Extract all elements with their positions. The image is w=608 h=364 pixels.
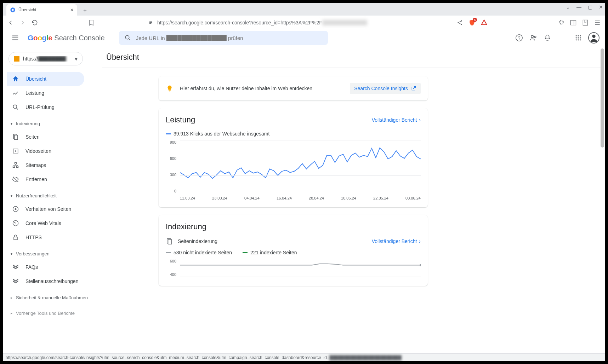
- performance-legend: 39.913 Klicks aus der Websuche insgesamt: [166, 131, 269, 137]
- svg-point-21: [578, 39, 579, 40]
- nav-item-search[interactable]: URL-Prüfung: [7, 100, 84, 114]
- insights-card: Hier erfährst du, wie Nutzer deine Inhal…: [159, 76, 428, 100]
- nav-item-sitemap[interactable]: Sitemaps: [7, 158, 84, 172]
- users-icon[interactable]: [529, 34, 537, 42]
- svg-point-3: [461, 20, 462, 21]
- notifications-icon[interactable]: [544, 34, 551, 42]
- nav-section-enh[interactable]: ▾ Verbesserungen: [7, 247, 102, 260]
- nav-item-label: Core Web Vitals: [25, 220, 61, 226]
- trend-icon: [12, 89, 19, 97]
- nav-item-label: Sitemaps: [25, 162, 46, 168]
- svg-point-1: [12, 9, 13, 11]
- new-tab-button[interactable]: ＋: [80, 6, 90, 16]
- bookmark-icon[interactable]: [88, 19, 95, 26]
- share-icon[interactable]: [456, 19, 464, 26]
- performance-card: Leistung Vollständiger Bericht › 39.913 …: [159, 108, 428, 207]
- scrollbar-thumb[interactable]: [601, 48, 604, 148]
- property-color-icon: [14, 56, 19, 62]
- insights-button[interactable]: Search Console Insights: [350, 83, 421, 94]
- google-logo[interactable]: Google Search Console: [28, 34, 105, 42]
- nav-section-security[interactable]: ▸ Sicherheit & manuelle Maßnahmen: [7, 291, 102, 304]
- tab-strip: Übersicht ✕ ＋ ⌄ — ▢ ✕: [3, 3, 605, 16]
- nav-item-home[interactable]: Übersicht: [7, 72, 84, 86]
- indexing-full-report-link[interactable]: Vollständiger Bericht ›: [372, 238, 421, 244]
- reading-list-icon[interactable]: [582, 19, 589, 26]
- svg-point-2: [458, 22, 459, 23]
- nav-item-lock[interactable]: HTTPS: [7, 230, 84, 244]
- product-name: Search Console: [54, 34, 104, 42]
- sidepanel-icon[interactable]: [570, 19, 577, 26]
- maximize-icon[interactable]: ▢: [588, 4, 592, 10]
- nav-item-trend[interactable]: Leistung: [7, 86, 84, 100]
- chevron-down-icon: ▾: [75, 56, 78, 62]
- back-icon[interactable]: [7, 19, 14, 26]
- url-inspection-input[interactable]: [136, 35, 322, 41]
- tab-close-icon[interactable]: ✕: [70, 7, 74, 12]
- nav-item-jobs[interactable]: Stellenausschreibungen: [7, 274, 84, 288]
- nav-section-ux[interactable]: ▾ Nutzerfreundlichkeit: [7, 189, 102, 202]
- nav-item-video[interactable]: Videoseiten: [7, 144, 84, 158]
- page-title: Übersicht: [102, 50, 605, 68]
- svg-rect-30: [13, 166, 15, 168]
- nav-item-remove[interactable]: Entfernen: [7, 172, 84, 186]
- app-header: Google Search Console ?: [3, 29, 605, 46]
- nav-item-label: URL-Prüfung: [25, 104, 55, 110]
- extensions-icon[interactable]: [558, 19, 565, 26]
- property-selector[interactable]: https://████████ ▾: [8, 52, 83, 65]
- browser-tab[interactable]: Übersicht ✕: [6, 4, 77, 16]
- sidebar: https://████████ ▾ ÜbersichtLeistungURL-…: [3, 46, 102, 361]
- url-inspection-search[interactable]: [119, 31, 328, 45]
- caret-icon: ▾: [11, 194, 12, 198]
- remove-icon: [12, 176, 19, 183]
- site-info-icon[interactable]: [148, 20, 154, 25]
- nav-item-pages[interactable]: Seiten: [7, 130, 84, 144]
- menu-icon[interactable]: [594, 19, 601, 26]
- url-field[interactable]: https://search.google.com/search-console…: [148, 20, 367, 25]
- favicon-icon: [10, 7, 16, 13]
- search-icon: [12, 104, 19, 111]
- nav-item-behavior[interactable]: Verhalten von Seiten: [7, 202, 84, 216]
- hamburger-icon[interactable]: [8, 31, 22, 45]
- jobs-icon: [12, 278, 19, 285]
- performance-title: Leistung: [166, 115, 195, 125]
- behavior-icon: [12, 206, 19, 213]
- nav-item-label: Videoseiten: [25, 148, 51, 154]
- svg-point-13: [534, 36, 536, 38]
- brave-rewards-icon[interactable]: [481, 19, 488, 26]
- lightbulb-icon: [166, 85, 174, 92]
- nav-item-faq[interactable]: FAQs: [7, 260, 84, 274]
- svg-rect-31: [17, 166, 18, 168]
- account-avatar[interactable]: [588, 32, 600, 44]
- svg-point-16: [580, 35, 581, 36]
- close-window-icon[interactable]: ✕: [599, 4, 603, 10]
- svg-point-4: [461, 24, 462, 25]
- nav-section-indexing[interactable]: ▾ Indexierung: [7, 117, 102, 130]
- nav-item-speed[interactable]: Core Web Vitals: [7, 216, 84, 230]
- apps-grid-icon[interactable]: [575, 34, 582, 41]
- legend-swatch-icon: [166, 133, 171, 134]
- svg-point-23: [592, 35, 595, 38]
- address-bar: https://search.google.com/search-console…: [3, 16, 605, 29]
- svg-point-19: [580, 37, 581, 38]
- help-icon[interactable]: ?: [515, 34, 523, 42]
- nav-section-legacy[interactable]: ▸ Vorherige Tools und Berichte: [7, 307, 102, 319]
- forward-icon[interactable]: [19, 19, 26, 26]
- reload-icon[interactable]: [31, 19, 38, 26]
- performance-chart: 9006003000 11.03.2423.03.2404.04.2416.04…: [166, 140, 421, 200]
- legend-swatch-icon: [243, 252, 248, 253]
- minimize-icon[interactable]: —: [576, 4, 581, 10]
- svg-point-38: [420, 264, 421, 266]
- caret-icon: ▾: [11, 252, 12, 256]
- svg-rect-7: [583, 20, 587, 25]
- pages-icon: [166, 238, 173, 245]
- svg-rect-29: [15, 163, 17, 164]
- property-label: https://████████: [23, 56, 71, 62]
- brave-shield-icon[interactable]: 5: [468, 19, 476, 26]
- performance-full-report-link[interactable]: Vollständiger Bericht ›: [372, 117, 421, 123]
- svg-point-12: [531, 35, 533, 37]
- scrollbar[interactable]: [600, 46, 604, 361]
- chevron-down-icon[interactable]: ⌄: [566, 4, 570, 10]
- pages-icon: [12, 133, 19, 140]
- caret-icon: ▸: [11, 311, 12, 315]
- video-icon: [12, 148, 19, 155]
